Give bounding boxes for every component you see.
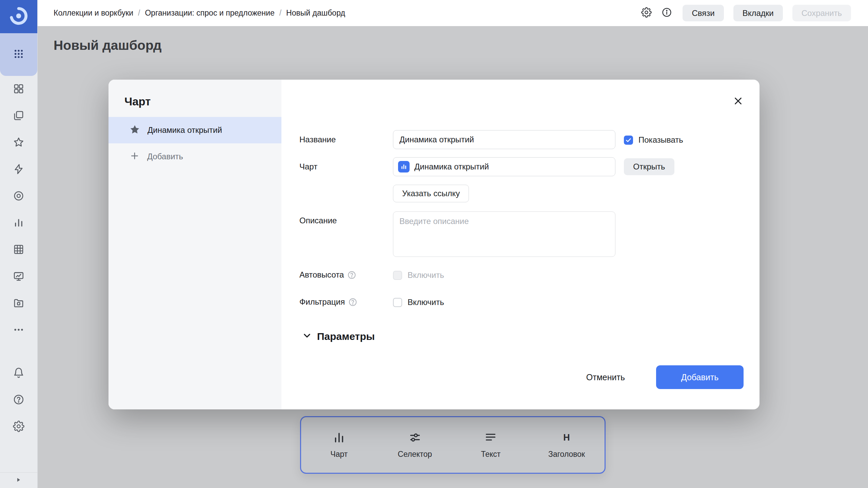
- filtering-checkbox-row[interactable]: Включить: [393, 298, 444, 307]
- description-label: Описание: [299, 216, 337, 226]
- parameters-label: Параметры: [317, 331, 375, 342]
- top-bar-actions: Связи Вкладки Сохранить: [640, 5, 851, 21]
- dialog-form: Название Показывать Чарт Динамика открыт…: [281, 80, 760, 409]
- check-icon: [625, 137, 632, 143]
- tabs-button[interactable]: Вкладки: [733, 5, 783, 21]
- gear-icon: [641, 7, 652, 19]
- plus-icon: [130, 151, 140, 162]
- svg-text:H: H: [563, 432, 570, 443]
- name-input[interactable]: [393, 130, 615, 149]
- collections-layers-icon: [13, 110, 24, 123]
- dialog-footer: Отменить Добавить: [586, 365, 744, 389]
- apps-grid-icon: [13, 48, 24, 61]
- table-icon: [13, 244, 24, 257]
- panel-item-label: Селектор: [398, 450, 432, 459]
- sidebar-item-queries[interactable]: [0, 156, 37, 183]
- top-bar: Коллекции и воркбуки / Организации: спро…: [38, 0, 868, 26]
- sidebar-item-favorites[interactable]: [0, 129, 37, 156]
- sidebar-item-editor[interactable]: [0, 263, 37, 290]
- chart-list-item-label: Динамика открытий: [147, 125, 222, 135]
- open-chart-button[interactable]: Открыть: [624, 158, 674, 175]
- sidebar-nav: [0, 76, 37, 344]
- dialog-title: Чарт: [124, 95, 151, 108]
- circles-icon: [13, 190, 24, 203]
- specify-link-button[interactable]: Указать ссылку: [393, 185, 469, 202]
- monitor-icon: [13, 270, 24, 283]
- sidebar-item-charts[interactable]: [0, 210, 37, 237]
- sidebar-item-datasets[interactable]: [0, 237, 37, 263]
- show-checkbox-label: Показывать: [638, 135, 683, 145]
- panel-item-label: Чарт: [330, 450, 348, 459]
- add-button[interactable]: Добавить: [656, 365, 744, 389]
- panel-item-text[interactable]: Текст: [453, 417, 529, 473]
- question-icon[interactable]: [348, 298, 357, 307]
- selector-sliders-icon: [409, 431, 421, 445]
- panel-item-selector[interactable]: Селектор: [377, 417, 453, 473]
- app-root: Коллекции и воркбуки / Организации: спро…: [0, 0, 868, 488]
- sidebar-item-more[interactable]: [0, 317, 37, 344]
- sidebar-item-help[interactable]: [0, 387, 37, 413]
- breadcrumb-separator: /: [138, 8, 140, 18]
- add-chart-list-button[interactable]: Добавить: [108, 143, 281, 170]
- breadcrumb-workbook[interactable]: Организации: спрос и предложение: [145, 8, 274, 18]
- chart-bars-icon: [333, 431, 346, 445]
- sidebar-item-notifications[interactable]: [0, 360, 37, 387]
- autoheight-toggle-label: Включить: [408, 270, 444, 280]
- chart-label: Чарт: [299, 162, 317, 172]
- bell-icon: [13, 367, 24, 380]
- collapse-arrow-icon: [14, 476, 22, 485]
- show-checkbox[interactable]: [624, 136, 633, 145]
- filtering-label: Фильтрация: [299, 297, 357, 307]
- question-icon[interactable]: [347, 270, 356, 280]
- close-icon: [732, 95, 744, 108]
- sidebar-collapse-button[interactable]: [0, 472, 37, 488]
- widget-add-panel: Чарт Селектор Текст H Заголовок: [300, 416, 606, 474]
- sidebar-bottom-nav: [0, 360, 37, 440]
- dialog-side-panel: Чарт Динамика открытий Добавить: [108, 80, 281, 409]
- bar-chart-icon: [13, 217, 24, 230]
- panel-item-heading[interactable]: H Заголовок: [529, 417, 605, 473]
- apps-grid-button[interactable]: [0, 33, 37, 76]
- breadcrumb: Коллекции и воркбуки / Организации: спро…: [54, 8, 345, 18]
- filtering-checkbox[interactable]: [393, 298, 402, 307]
- chart-list-item-selected[interactable]: Динамика открытий: [108, 117, 281, 143]
- name-label: Название: [299, 135, 336, 145]
- help-icon: [13, 394, 24, 407]
- add-chart-list-label: Добавить: [147, 152, 183, 161]
- sidebar-item-collections[interactable]: [0, 103, 37, 129]
- info-button[interactable]: [660, 7, 673, 20]
- autoheight-label: Автовысота: [299, 270, 356, 280]
- settings-button[interactable]: [640, 7, 653, 20]
- panel-item-chart[interactable]: Чарт: [301, 417, 377, 473]
- gear-icon: [13, 421, 24, 433]
- breadcrumb-current: Новый дашборд: [286, 8, 345, 18]
- sidebar-item-storage[interactable]: [0, 290, 37, 317]
- save-button[interactable]: Сохранить: [792, 5, 851, 21]
- parameters-section-toggle[interactable]: Параметры: [302, 330, 375, 342]
- star-icon: [129, 124, 140, 137]
- description-textarea[interactable]: [393, 211, 615, 257]
- text-lines-icon: [484, 431, 497, 445]
- lightning-icon: [13, 163, 24, 176]
- ellipsis-icon: [13, 324, 24, 337]
- close-button[interactable]: [732, 95, 745, 108]
- folder-icon: [13, 297, 24, 310]
- panel-item-label: Текст: [481, 450, 500, 459]
- star-icon: [13, 137, 24, 149]
- logo-button[interactable]: [0, 0, 37, 33]
- breadcrumb-separator: /: [279, 8, 281, 18]
- sidebar-item-monitoring[interactable]: [0, 183, 37, 210]
- heading-icon: H: [560, 431, 573, 445]
- sidebar-item-dashboards[interactable]: [0, 76, 37, 103]
- sidebar-item-settings[interactable]: [0, 413, 37, 440]
- cancel-button[interactable]: Отменить: [586, 372, 625, 382]
- info-icon: [662, 7, 672, 19]
- chart-select-field[interactable]: Динамика открытий: [393, 157, 615, 176]
- links-button[interactable]: Связи: [683, 5, 724, 21]
- breadcrumb-collections[interactable]: Коллекции и воркбуки: [54, 8, 133, 18]
- autoheight-checkbox[interactable]: [393, 271, 402, 280]
- page-title: Новый дашборд: [54, 38, 162, 53]
- show-checkbox-row[interactable]: Показывать: [624, 135, 683, 145]
- sidebar: [0, 0, 38, 488]
- dashboards-grid-icon: [13, 83, 24, 96]
